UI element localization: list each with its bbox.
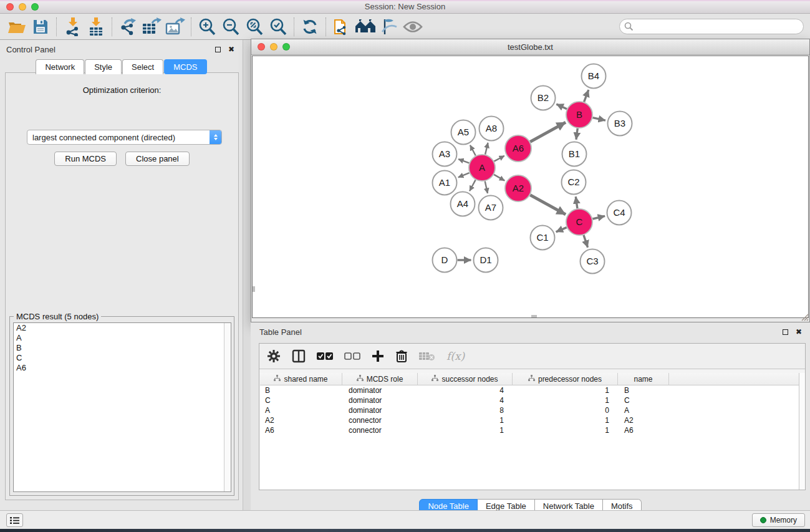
- export-image-icon[interactable]: [163, 16, 187, 38]
- edge-A2-C[interactable]: [530, 195, 566, 215]
- table-row[interactable]: Bdominator41B: [260, 385, 805, 395]
- run-mcds-button[interactable]: Run MCDS: [54, 152, 117, 166]
- node-A4[interactable]: A4: [451, 192, 475, 216]
- node-A5[interactable]: A5: [451, 120, 476, 145]
- add-column-icon[interactable]: [372, 347, 384, 365]
- edge-A-A6[interactable]: [494, 156, 504, 162]
- close-panel-icon[interactable]: ✖: [226, 44, 236, 54]
- edge-B-B3[interactable]: [593, 118, 606, 120]
- table-cell[interactable]: 1: [513, 426, 618, 435]
- edge-B-B4[interactable]: [584, 90, 589, 102]
- result-list-item[interactable]: C: [14, 353, 231, 363]
- network-window-titlebar[interactable]: testGlobe.txt: [251, 39, 809, 55]
- memory-button[interactable]: Memory: [752, 513, 805, 527]
- minimize-window-button[interactable]: [19, 3, 26, 11]
- table-cell[interactable]: A: [618, 406, 669, 415]
- export-table-icon[interactable]: [140, 16, 163, 38]
- node-A3[interactable]: A3: [433, 142, 457, 167]
- result-list-item[interactable]: A2: [14, 323, 231, 333]
- node-B3[interactable]: B3: [608, 112, 632, 136]
- node-A2[interactable]: A2: [505, 175, 531, 201]
- table-cell[interactable]: 0: [513, 406, 618, 415]
- task-history-button[interactable]: [6, 513, 23, 527]
- table-row[interactable]: Adominator80A: [260, 405, 805, 415]
- import-network-icon[interactable]: [60, 16, 84, 38]
- open-file-icon[interactable]: [5, 16, 29, 38]
- table-rows[interactable]: Bdominator41BCdominator41CAdominator80AA…: [260, 385, 805, 435]
- save-session-icon[interactable]: [29, 16, 52, 38]
- table-cell[interactable]: 1: [513, 396, 618, 405]
- table-row[interactable]: A6connector11A6: [260, 425, 805, 435]
- network-from-file-icon[interactable]: [330, 16, 354, 38]
- edge-C-C4[interactable]: [592, 216, 605, 219]
- edge-A-A5[interactable]: [470, 145, 476, 156]
- tab-select[interactable]: Select: [122, 59, 163, 74]
- table-cell[interactable]: A2: [618, 416, 669, 425]
- show-eye-icon[interactable]: [401, 16, 425, 38]
- node-A8[interactable]: A8: [480, 117, 504, 141]
- first-neighbors-icon[interactable]: [354, 16, 377, 38]
- window-resize-handle[interactable]: [800, 312, 809, 321]
- node-B2[interactable]: B2: [531, 86, 556, 110]
- zoom-selected-icon[interactable]: [266, 16, 290, 38]
- node-C2[interactable]: C2: [562, 170, 586, 195]
- node-D1[interactable]: D1: [474, 248, 498, 273]
- node-C4[interactable]: C4: [607, 201, 632, 225]
- table-header-row[interactable]: shared nameMCDS rolesuccessor nodesprede…: [260, 373, 805, 385]
- node-A7[interactable]: A7: [479, 196, 503, 220]
- node-C1[interactable]: C1: [531, 226, 555, 250]
- table-cell[interactable]: C: [618, 396, 669, 405]
- table-cell[interactable]: dominator: [342, 406, 418, 415]
- table-cell[interactable]: A6: [618, 426, 669, 435]
- edge-A-A1[interactable]: [458, 173, 470, 177]
- table-scrollbar[interactable]: [799, 373, 805, 490]
- search-input[interactable]: [619, 19, 804, 34]
- float-table-panel-icon[interactable]: [780, 327, 790, 337]
- node-C[interactable]: C: [566, 209, 592, 235]
- edge-A6-B[interactable]: [530, 122, 566, 142]
- column-header-successor-nodes[interactable]: successor nodes: [418, 373, 513, 385]
- float-panel-icon[interactable]: [213, 44, 223, 54]
- deselect-all-checks-icon[interactable]: [344, 347, 360, 365]
- refresh-icon[interactable]: [298, 16, 322, 38]
- edge-A-A7[interactable]: [485, 181, 488, 193]
- table-cell[interactable]: 4: [418, 396, 513, 405]
- optimization-criterion-select[interactable]: largest connected component (directed): [27, 130, 222, 145]
- result-list-item[interactable]: A6: [14, 363, 231, 373]
- function-builder-icon[interactable]: f(x): [446, 350, 465, 362]
- zoom-in-icon[interactable]: [195, 16, 219, 38]
- table-cell[interactable]: C: [260, 396, 342, 405]
- table-row[interactable]: Cdominator41C: [260, 395, 805, 405]
- result-list-item[interactable]: B: [14, 343, 231, 353]
- hide-selected-icon[interactable]: [377, 16, 401, 38]
- node-table[interactable]: shared nameMCDS rolesuccessor nodesprede…: [260, 373, 805, 490]
- close-panel-button[interactable]: Close panel: [125, 152, 190, 166]
- select-all-checks-icon[interactable]: [317, 347, 333, 365]
- column-header-shared-name[interactable]: shared name: [260, 373, 342, 385]
- maximize-window-button[interactable]: [31, 3, 39, 11]
- export-network-icon[interactable]: [116, 16, 140, 38]
- node-B1[interactable]: B1: [562, 142, 587, 167]
- table-row[interactable]: A2connector11A2: [260, 415, 805, 425]
- node-B4[interactable]: B4: [582, 64, 606, 89]
- close-window-button[interactable]: [6, 3, 14, 11]
- zoom-out-icon[interactable]: [219, 16, 243, 38]
- node-C3[interactable]: C3: [581, 249, 605, 274]
- table-cell[interactable]: B: [260, 386, 342, 395]
- node-A6[interactable]: A6: [505, 135, 531, 162]
- import-table-icon[interactable]: [84, 16, 108, 38]
- result-list-item[interactable]: A: [14, 333, 231, 343]
- edge-C-C2[interactable]: [576, 196, 577, 208]
- tab-network[interactable]: Network: [36, 59, 84, 74]
- table-cell[interactable]: 1: [513, 416, 618, 425]
- table-cell[interactable]: A6: [260, 426, 342, 435]
- result-scrollbar[interactable]: [224, 323, 231, 491]
- table-cell[interactable]: 1: [418, 426, 513, 435]
- node-A[interactable]: A: [469, 155, 495, 181]
- table-cell[interactable]: dominator: [342, 386, 418, 395]
- zoom-fit-icon[interactable]: [243, 16, 266, 38]
- edge-B-B1[interactable]: [576, 128, 577, 140]
- table-cell[interactable]: connector: [342, 416, 418, 425]
- network-canvas[interactable]: B4B2BB3A8A5A6A3B1AC2A1A2A4A7C4CC1DD1C3: [252, 56, 809, 318]
- column-header-predecessor-nodes[interactable]: predecessor nodes: [513, 373, 618, 385]
